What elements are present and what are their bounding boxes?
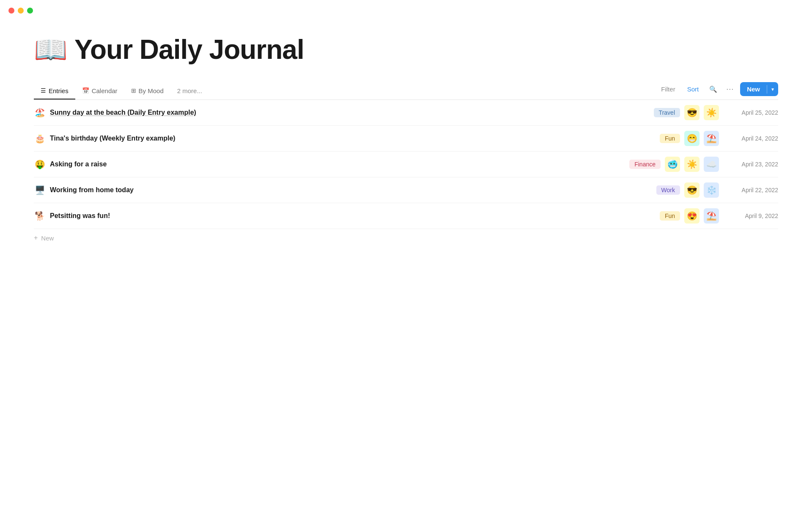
tab-by-mood[interactable]: ⊞ By Mood <box>124 83 170 99</box>
row-icon: 🎂 <box>34 133 46 144</box>
toolbar: ☰ Entries 📅 Calendar ⊞ By Mood 2 more...… <box>34 82 778 100</box>
row-date: April 22, 2022 <box>723 187 778 193</box>
row-name: Tina's birthday (Weekly Entry example) <box>50 135 176 142</box>
row-name: Working from home today <box>50 186 134 194</box>
table-row[interactable]: 🤑 Asking for a raise Finance 🥶 ☀️ ☁️ Apr… <box>34 152 778 177</box>
new-row-label: New <box>41 235 54 242</box>
tab-by-mood-label: By Mood <box>139 87 164 94</box>
tab-bar: ☰ Entries 📅 Calendar ⊞ By Mood 2 more... <box>34 83 657 99</box>
row-name: Asking for a raise <box>50 160 107 168</box>
mood-badge-3: ☁️ <box>704 157 719 172</box>
mood-badge-2: ⛱️ <box>704 208 719 224</box>
tab-more[interactable]: 2 more... <box>170 83 209 99</box>
new-entry-dropdown[interactable]: ▾ <box>767 83 778 96</box>
filter-button[interactable]: Filter <box>657 83 679 95</box>
row-date: April 23, 2022 <box>723 161 778 168</box>
table-row[interactable]: 🐕 Petsitting was fun! Fun 😍 ⛱️ April 9, … <box>34 203 778 229</box>
header-emoji: 📖 <box>34 36 68 63</box>
row-title: 🤑 Asking for a raise <box>34 159 629 169</box>
new-button-group: New ▾ <box>740 82 778 96</box>
toolbar-right: Filter Sort 🔍 ··· New ▾ <box>657 82 778 99</box>
row-date: April 25, 2022 <box>723 109 778 116</box>
search-icon: 🔍 <box>709 86 717 93</box>
tab-more-label: 2 more... <box>177 87 202 94</box>
row-tag[interactable]: Travel <box>654 108 680 117</box>
sort-button[interactable]: Sort <box>683 83 703 95</box>
search-button[interactable]: 🔍 <box>706 83 720 96</box>
mood-badge-1: 😍 <box>684 208 700 224</box>
row-icon: 🏖️ <box>34 108 46 118</box>
tab-calendar[interactable]: 📅 Calendar <box>75 83 124 99</box>
row-title: 🐕 Petsitting was fun! <box>34 211 660 221</box>
mood-grid-icon: ⊞ <box>131 87 136 94</box>
row-tag[interactable]: Finance <box>629 160 661 169</box>
add-new-row[interactable]: + New <box>34 229 778 247</box>
row-meta: Finance 🥶 ☀️ ☁️ April 23, 2022 <box>629 157 778 172</box>
more-options-button[interactable]: ··· <box>723 83 737 96</box>
row-date: April 9, 2022 <box>723 213 778 219</box>
mood-badge-2: ⛱️ <box>704 131 719 146</box>
mood-badge-2: ☀️ <box>684 157 700 172</box>
page-title: Your Daily Journal <box>74 34 304 65</box>
maximize-button[interactable] <box>27 8 33 14</box>
row-meta: Fun 😍 ⛱️ April 9, 2022 <box>660 208 778 224</box>
calendar-icon: 📅 <box>82 87 89 94</box>
table-row[interactable]: 🎂 Tina's birthday (Weekly Entry example)… <box>34 126 778 152</box>
new-entry-button[interactable]: New <box>740 82 767 96</box>
plus-icon: + <box>34 234 38 242</box>
row-icon: 🖥️ <box>34 185 46 195</box>
row-icon: 🐕 <box>34 211 46 221</box>
row-meta: Work 😎 ❄️ April 22, 2022 <box>656 182 778 198</box>
entries-icon: ☰ <box>41 87 46 94</box>
mood-badge-1: 🥶 <box>665 157 680 172</box>
row-title: 🏖️ Sunny day at the beach (Daily Entry e… <box>34 108 654 118</box>
mood-badge-1: 😎 <box>684 182 700 198</box>
row-tag[interactable]: Work <box>656 185 680 195</box>
table-row[interactable]: 🖥️ Working from home today Work 😎 ❄️ Apr… <box>34 177 778 203</box>
tab-calendar-label: Calendar <box>92 87 118 94</box>
row-meta: Fun 😁 ⛱️ April 24, 2022 <box>660 131 778 146</box>
page-header: 📖 Your Daily Journal <box>34 34 778 65</box>
row-name: Sunny day at the beach (Daily Entry exam… <box>50 109 196 116</box>
traffic-lights <box>0 0 41 21</box>
row-icon: 🤑 <box>34 159 46 169</box>
mood-badge-2: ❄️ <box>704 182 719 198</box>
minimize-button[interactable] <box>18 8 24 14</box>
row-meta: Travel 😎 ☀️ April 25, 2022 <box>654 105 778 120</box>
mood-badge-1: 😎 <box>684 105 700 120</box>
entries-table: 🏖️ Sunny day at the beach (Daily Entry e… <box>34 100 778 247</box>
mood-badge-1: 😁 <box>684 131 700 146</box>
ellipsis-icon: ··· <box>726 85 734 94</box>
table-row[interactable]: 🏖️ Sunny day at the beach (Daily Entry e… <box>34 100 778 126</box>
tab-entries[interactable]: ☰ Entries <box>34 83 75 99</box>
row-tag[interactable]: Fun <box>660 134 680 143</box>
row-tag[interactable]: Fun <box>660 211 680 221</box>
tab-entries-label: Entries <box>49 87 69 94</box>
row-title: 🖥️ Working from home today <box>34 185 656 195</box>
row-name: Petsitting was fun! <box>50 212 110 220</box>
close-button[interactable] <box>8 8 14 14</box>
row-date: April 24, 2022 <box>723 135 778 142</box>
mood-badge-2: ☀️ <box>704 105 719 120</box>
row-title: 🎂 Tina's birthday (Weekly Entry example) <box>34 133 660 144</box>
